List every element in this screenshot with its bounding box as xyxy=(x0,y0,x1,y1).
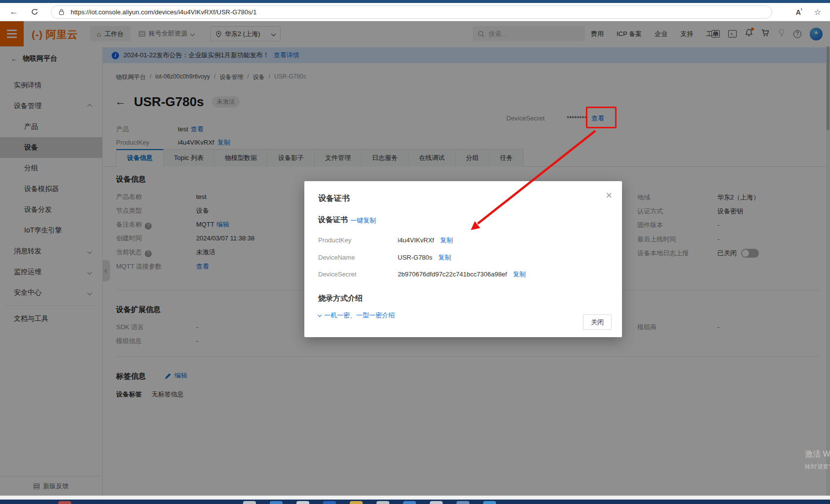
chevron-down-icon xyxy=(318,312,322,316)
modal-productkey-value: i4u4VIKvRXf xyxy=(398,235,434,245)
taskbar-icon[interactable] xyxy=(270,501,283,504)
favorite-star-icon[interactable]: ☆ xyxy=(814,7,821,17)
read-aloud-icon[interactable]: A xyxy=(796,7,802,16)
taskbar-icon[interactable] xyxy=(58,501,71,504)
windows-activation-watermark: 激活 Windows 转到“设置”以激活 Windows。 xyxy=(805,449,830,470)
taskbar-icon[interactable] xyxy=(350,501,363,504)
lock-icon xyxy=(58,8,65,16)
modal-productkey-label: ProductKey xyxy=(318,236,351,244)
modal-devicename-value: USR-G780s xyxy=(398,253,432,263)
modal-devicesecret-label: DeviceSecret xyxy=(318,271,356,278)
taskbar-icon[interactable] xyxy=(296,501,309,504)
copy-all-link[interactable]: 一键复制 xyxy=(350,217,376,224)
screen: ← https://iot.console.aliyun.com/devices… xyxy=(0,0,830,504)
app-viewport: (-) 阿里云 ⌂ 工作台 账号全部资源 华东2 (上海) 费用 IC xyxy=(0,21,830,496)
taskbar-icon[interactable] xyxy=(323,501,336,504)
modal-title: 设备证书 xyxy=(318,194,350,204)
annotation-highlight-box xyxy=(586,107,617,128)
browser-back-icon[interactable]: ← xyxy=(7,5,21,19)
copy-link[interactable]: 复制 xyxy=(440,235,453,245)
browser-refresh-icon[interactable] xyxy=(28,5,42,19)
taskbar-icon[interactable] xyxy=(376,501,389,504)
window-bottom-edge xyxy=(0,496,830,500)
certificate-section-title: 设备证书 xyxy=(318,215,348,225)
taskbar-icon[interactable] xyxy=(243,501,256,504)
address-bar[interactable]: https://iot.console.aliyun.com/devices/i… xyxy=(51,5,772,19)
modal-devicename-label: DeviceName xyxy=(318,254,355,261)
taskbar-icon[interactable] xyxy=(483,501,496,504)
copy-link[interactable]: 复制 xyxy=(513,270,526,279)
close-icon[interactable]: × xyxy=(606,189,612,202)
modal-close-button[interactable]: 关闭 xyxy=(583,314,612,330)
copy-link[interactable]: 复制 xyxy=(438,253,451,263)
device-certificate-modal: 设备证书 × 设备证书 一键复制 ProductKey i4u4VIKvRXf复… xyxy=(304,181,622,337)
burn-method-link[interactable]: 一机一密、一型一密介绍 xyxy=(318,311,395,320)
url-text: https://iot.console.aliyun.com/devices/i… xyxy=(71,8,256,16)
taskbar-icon[interactable] xyxy=(403,501,416,504)
burn-method-title: 烧录方式介绍 xyxy=(318,294,363,303)
taskbar-icon[interactable] xyxy=(430,501,443,504)
modal-devicesecret-value: 2b970676dfd97c22c741bcc7306a98ef xyxy=(398,270,507,279)
taskbar-icon[interactable] xyxy=(456,501,469,504)
taskbar xyxy=(0,500,830,504)
browser-toolbar: ← https://iot.console.aliyun.com/devices… xyxy=(0,3,830,21)
